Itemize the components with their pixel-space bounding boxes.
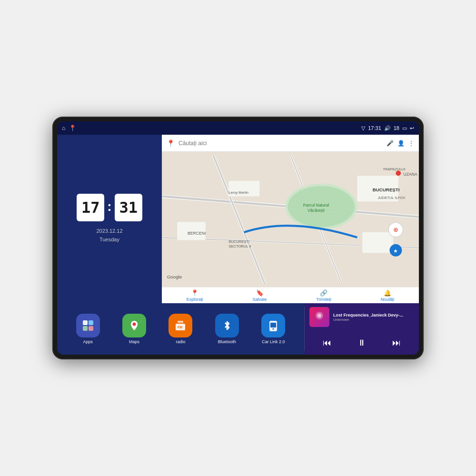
svg-rect-0 [162,155,419,284]
map-user-icon[interactable]: 👤 [397,140,405,147]
device-screen: ⌂ 📍 ▽ 17:31 🔊 18 ▭ ↩ 17 : [57,121,419,355]
apps-icon [76,314,100,337]
carlink-label: Car Link 2.0 [262,339,285,344]
bottom-section: Apps Maps [57,303,419,355]
map-nav-bar: 📍 Explorați 🔖 Salvate 🔗 Trimiteți � [162,287,419,303]
svg-text:BERCENI: BERCENI [188,231,206,236]
music-artist: Unknown [333,317,414,322]
clock-hour: 17 [77,194,104,221]
music-controls: ⏮ ⏸ ⏭ [309,335,414,351]
back-icon[interactable]: ↩ [410,125,414,131]
battery-icon: ▭ [402,125,407,131]
svg-rect-12 [362,232,393,253]
svg-rect-40 [270,323,276,327]
map-nav-trimiteți[interactable]: 🔗 Trimiteți [316,289,331,302]
clock-panel: 17 : 31 2023.12.12 Tuesday [57,135,162,303]
music-play-button[interactable]: ⏸ [354,337,370,349]
maps-icon [122,314,146,337]
main-content: 17 : 31 2023.12.12 Tuesday 📍 🎤 [57,135,419,355]
svg-rect-34 [89,326,93,331]
volume-icon: 🔊 [384,125,391,131]
svg-rect-31 [83,320,88,325]
svg-rect-32 [89,320,93,325]
apps-section: Apps Maps [57,303,304,355]
app-item-apps[interactable]: Apps [76,314,100,344]
maps-status-icon[interactable]: 📍 [69,125,76,131]
music-title: Lost Frequencies_Janieck Devy-... [333,313,414,317]
svg-text:TRAPEZULUI: TRAPEZULUI [383,167,405,171]
app-item-carlink[interactable]: Car Link 2.0 [261,314,285,344]
clock-minute: 31 [115,194,142,221]
svg-text:★: ★ [393,248,398,254]
map-body[interactable]: Parcul Natural Văcărești BUCUREȘTI JUDEȚ… [162,152,419,287]
svg-text:Văcărești: Văcărești [307,208,325,213]
explorați-icon: 📍 [191,289,198,297]
svg-text:JUDEȚUL ILFOV: JUDEȚUL ILFOV [378,196,406,200]
apps-label: Apps [83,339,93,344]
clock-colon: : [107,199,111,214]
svg-rect-33 [83,326,88,331]
svg-text:Leroy Merlin: Leroy Merlin [228,190,248,195]
music-next-button[interactable]: ⏭ [388,337,405,349]
salvate-label: Salvate [253,297,267,302]
app-item-radio[interactable]: FM radio [169,314,192,344]
svg-text:Parcul Natural: Parcul Natural [303,203,329,208]
trimiteți-label: Trimiteți [316,297,331,302]
map-grid-icon[interactable]: ⋮ [408,140,414,147]
music-prev-button[interactable]: ⏮ [319,337,335,349]
svg-rect-38 [178,321,183,323]
map-panel: 📍 🎤 👤 ⋮ [162,135,419,303]
svg-text:FM: FM [178,326,182,329]
noutăți-label: Noutăți [381,297,395,302]
svg-point-41 [273,328,274,330]
radio-icon: FM [169,314,192,337]
carlink-icon [261,314,285,337]
status-bar: ⌂ 📍 ▽ 17:31 🔊 18 ▭ ↩ [57,121,419,135]
volume-level: 18 [394,125,399,131]
trimiteți-icon: 🔗 [320,289,327,297]
home-icon[interactable]: ⌂ [62,125,65,131]
clock-date: 2023.12.12 Tuesday [96,227,122,244]
map-nav-noutăți[interactable]: 🔔 Noutăți [381,289,395,302]
svg-text:BUCUREȘTI: BUCUREȘTI [373,187,400,192]
app-item-maps[interactable]: Maps [122,314,146,344]
explorați-label: Explorați [187,297,203,302]
music-thumb-art [309,307,329,327]
music-info: Lost Frequencies_Janieck Devy-... Unknow… [309,307,414,327]
bluetooth-icon [215,314,239,337]
app-item-bluetooth[interactable]: Bluetooth [215,314,239,344]
salvate-icon: 🔖 [256,289,264,297]
music-thumbnail [309,307,329,327]
status-left: ⌂ 📍 [62,125,76,131]
status-time: 17:31 [368,125,381,131]
map-search-input[interactable] [178,140,383,147]
device-frame: ⌂ 📍 ▽ 17:31 🔊 18 ▭ ↩ 17 : [52,117,424,359]
map-pin-icon: 📍 [167,139,175,147]
clock-display: 17 : 31 [77,194,142,221]
svg-text:Google: Google [167,274,182,279]
svg-text:⊕: ⊕ [393,226,398,233]
svg-point-35 [133,323,136,326]
signal-icon: ▽ [361,125,365,131]
svg-point-44 [317,314,321,317]
map-nav-salvate[interactable]: 🔖 Salvate [253,289,267,302]
map-mic-icon[interactable]: 🎤 [387,140,394,147]
radio-label: radio [176,339,185,344]
svg-text:SECTORUL 4: SECTORUL 4 [228,244,251,248]
svg-text:BUCUREȘTI: BUCUREȘTI [228,239,249,244]
top-section: 17 : 31 2023.12.12 Tuesday 📍 🎤 [57,135,419,303]
svg-point-30 [396,170,401,176]
map-search-bar[interactable]: 📍 🎤 👤 ⋮ [162,135,419,152]
music-panel: Lost Frequencies_Janieck Devy-... Unknow… [305,303,419,355]
noutăți-icon: 🔔 [384,289,391,297]
bluetooth-label: Bluetooth [218,339,236,344]
maps-label: Maps [129,339,139,344]
status-right: ▽ 17:31 🔊 18 ▭ ↩ [361,125,414,131]
svg-text:UZANA: UZANA [404,172,417,177]
music-text: Lost Frequencies_Janieck Devy-... Unknow… [333,313,414,322]
map-nav-explorați[interactable]: 📍 Explorați [187,289,203,302]
